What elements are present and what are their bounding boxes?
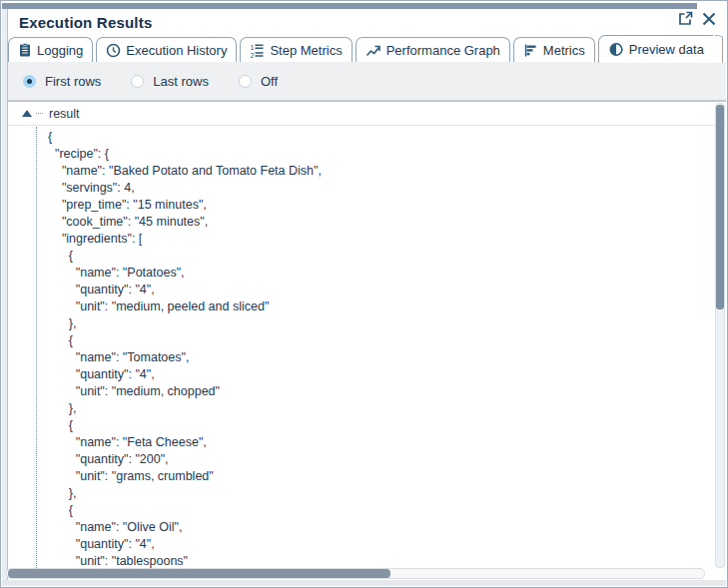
execution-history-icon xyxy=(106,43,121,58)
radio-label: Off xyxy=(261,74,278,89)
panel-resize-splitter[interactable] xyxy=(2,3,697,9)
tab-bar: Logging Execution History 1 2 Step Metri… xyxy=(8,34,723,63)
tab-execution-history[interactable]: Execution History xyxy=(96,37,237,62)
code-line: "servings": 4, xyxy=(48,180,712,197)
code-line: "cook_time": "45 minutes", xyxy=(48,214,712,231)
code-line: "name": "Baked Potato and Tomato Feta Di… xyxy=(48,163,712,180)
tab-label: Metrics xyxy=(543,43,585,58)
execution-results-panel: Execution Results Logging xyxy=(0,0,728,588)
code-line: { xyxy=(48,129,712,146)
code-line: "unit": "medium, chopped" xyxy=(48,383,712,400)
code-line: "quantity": "200", xyxy=(48,451,712,468)
vertical-scrollbar[interactable] xyxy=(715,103,725,568)
tab-performance-graph[interactable]: Performance Graph xyxy=(356,37,510,62)
code-line: "quantity": "4", xyxy=(48,536,712,553)
tab-label: Preview data xyxy=(629,42,704,57)
code-line: { xyxy=(48,332,712,349)
code-line: }, xyxy=(48,485,712,502)
active-tab-tail xyxy=(715,35,723,63)
panel-bottom-edge xyxy=(2,580,726,586)
panel-header: Execution Results xyxy=(19,10,719,34)
close-icon[interactable] xyxy=(701,11,717,27)
code-line: "name": "Potatoes", xyxy=(48,265,712,282)
collapse-triangle-icon[interactable] xyxy=(22,110,32,117)
step-metrics-icon: 1 2 xyxy=(250,43,265,58)
code-line: { xyxy=(48,417,712,434)
preview-row-options: First rows Last rows Off xyxy=(8,62,726,101)
tree-connector xyxy=(36,113,43,114)
code-line: "recipe": { xyxy=(48,146,712,163)
tab-label: Logging xyxy=(37,43,83,58)
radio-button[interactable] xyxy=(239,75,252,88)
code-line: }, xyxy=(48,315,712,332)
svg-text:2: 2 xyxy=(251,51,255,58)
tab-metrics[interactable]: Metrics xyxy=(513,37,595,62)
radio-last-rows[interactable]: Last rows xyxy=(131,74,209,89)
panel-title: Execution Results xyxy=(19,14,152,31)
tab-logging[interactable]: Logging xyxy=(8,37,93,62)
json-preview: { "recipe": { "name": "Baked Potato and … xyxy=(8,129,712,568)
code-line: "name": "Feta Cheese", xyxy=(48,434,712,451)
preview-data-content: result { "recipe": { "name": "Baked Pota… xyxy=(8,101,726,580)
performance-graph-icon xyxy=(365,43,381,58)
code-line: "name": "Olive Oil", xyxy=(48,519,712,536)
tab-label: Execution History xyxy=(126,43,227,58)
radio-button[interactable] xyxy=(131,75,144,88)
tree-node-label: result xyxy=(49,107,80,121)
vertical-scrollbar-thumb[interactable] xyxy=(716,105,724,309)
eye-icon xyxy=(608,42,624,57)
code-line: { xyxy=(48,502,712,519)
open-in-new-window-icon[interactable] xyxy=(677,10,694,27)
radio-off[interactable]: Off xyxy=(239,74,278,89)
radio-label: Last rows xyxy=(153,74,209,89)
code-line: "unit": "medium, peeled and sliced" xyxy=(48,298,712,315)
svg-text:1: 1 xyxy=(251,43,255,50)
code-line: "quantity": "4", xyxy=(48,366,712,383)
radio-label: First rows xyxy=(45,74,101,89)
tab-step-metrics[interactable]: 1 2 Step Metrics xyxy=(240,37,352,62)
code-line: "unit": "grams, crumbled" xyxy=(48,468,712,485)
tab-label: Performance Graph xyxy=(386,43,500,58)
code-line: { xyxy=(48,248,712,265)
tab-preview-data[interactable]: Preview data xyxy=(598,35,713,63)
code-line: }, xyxy=(48,400,712,417)
tree-node-result[interactable]: result xyxy=(8,101,726,126)
horizontal-scrollbar[interactable] xyxy=(6,568,705,579)
metrics-icon xyxy=(523,43,538,58)
logging-icon xyxy=(18,43,32,58)
radio-button-selected[interactable] xyxy=(23,75,36,88)
radio-first-rows[interactable]: First rows xyxy=(23,74,101,89)
tab-label: Step Metrics xyxy=(270,43,342,58)
code-line: "quantity": "4", xyxy=(48,282,712,298)
code-line: "prep_time": "15 minutes", xyxy=(48,197,712,214)
horizontal-scrollbar-thumb[interactable] xyxy=(8,569,390,578)
code-line: "ingredients": [ xyxy=(48,231,712,248)
code-line: "name": "Tomatoes", xyxy=(48,349,712,366)
code-line: "unit": "tablespoons" xyxy=(48,553,712,568)
